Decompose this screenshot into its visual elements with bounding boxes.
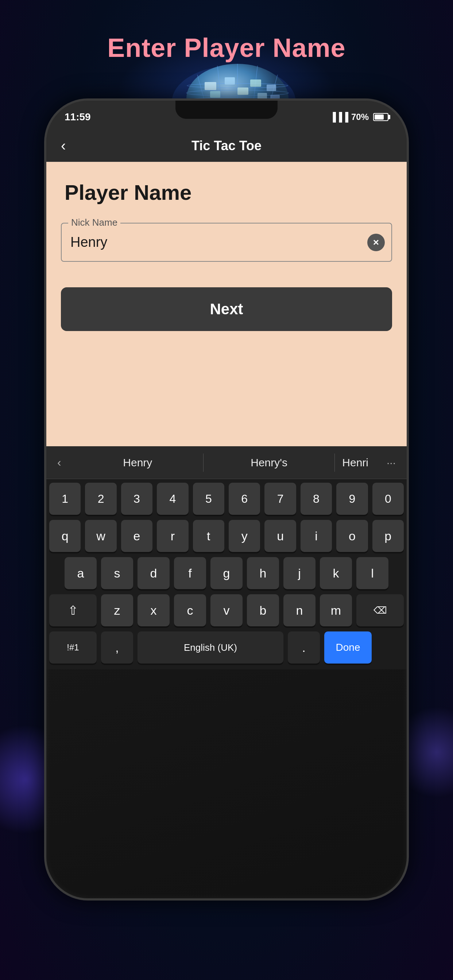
- key-t[interactable]: t: [193, 520, 224, 552]
- key-a[interactable]: a: [65, 557, 97, 589]
- key-2[interactable]: 2: [85, 483, 116, 515]
- svg-rect-11: [205, 82, 216, 90]
- key-i[interactable]: i: [301, 520, 332, 552]
- key-k[interactable]: k: [320, 557, 352, 589]
- svg-rect-14: [266, 84, 276, 91]
- key-n[interactable]: n: [283, 594, 316, 626]
- key-h[interactable]: h: [247, 557, 279, 589]
- svg-rect-13: [250, 80, 261, 87]
- page-title: Enter Player Name: [107, 33, 345, 63]
- suggestion-0[interactable]: Henry: [72, 453, 204, 472]
- input-label: Nick Name: [68, 217, 120, 228]
- keyboard-bottom-row: !#1 , English (UK) . Done: [46, 632, 407, 670]
- key-s[interactable]: s: [101, 557, 133, 589]
- key-comma[interactable]: ,: [101, 632, 133, 663]
- key-j[interactable]: j: [283, 557, 316, 589]
- key-f[interactable]: f: [174, 557, 206, 589]
- key-g[interactable]: g: [211, 557, 242, 589]
- key-space[interactable]: English (UK): [137, 632, 283, 663]
- key-8[interactable]: 8: [301, 483, 332, 515]
- key-m[interactable]: m: [320, 594, 352, 626]
- keyboard-row-asdf: a s d f g h j k l: [49, 557, 404, 589]
- key-shift[interactable]: ⇧: [49, 594, 97, 626]
- key-backspace[interactable]: ⌫: [356, 594, 404, 626]
- key-v[interactable]: v: [211, 594, 242, 626]
- key-q[interactable]: q: [49, 520, 81, 552]
- key-1[interactable]: 1: [49, 483, 81, 515]
- back-button[interactable]: ‹: [61, 137, 65, 154]
- keyboard-area: ‹ Henry Henry's Henri ··· 1 2 3 4 5 6 7 …: [46, 446, 407, 670]
- key-d[interactable]: d: [137, 557, 170, 589]
- key-0[interactable]: 0: [372, 483, 404, 515]
- keyboard-row-qwerty: q w e r t y u i o p: [49, 520, 404, 552]
- svg-rect-15: [210, 91, 220, 98]
- key-7[interactable]: 7: [265, 483, 296, 515]
- key-z[interactable]: z: [101, 594, 133, 626]
- key-done[interactable]: Done: [324, 632, 372, 663]
- key-r[interactable]: r: [157, 520, 188, 552]
- input-container: Nick Name ×: [61, 223, 392, 262]
- key-u[interactable]: u: [265, 520, 296, 552]
- key-period[interactable]: .: [288, 632, 320, 663]
- content-area: Player Name Nick Name × Next: [46, 162, 407, 446]
- phone-frame: 11:59 ▐▐▐ 70% ‹ Tic Tac Toe Player Name …: [44, 99, 409, 900]
- svg-rect-12: [225, 77, 235, 84]
- key-p[interactable]: p: [372, 520, 404, 552]
- autocomplete-bar: ‹ Henry Henry's Henri ···: [46, 446, 407, 479]
- nav-bar: ‹ Tic Tac Toe: [46, 130, 407, 162]
- key-w[interactable]: w: [85, 520, 116, 552]
- svg-rect-16: [238, 88, 248, 95]
- key-6[interactable]: 6: [229, 483, 260, 515]
- suggestion-1[interactable]: Henry's: [204, 453, 335, 472]
- suggestion-2[interactable]: Henri: [335, 453, 376, 472]
- keyboard-row-zxcv: ⇧ z x c v b n m ⌫: [49, 594, 404, 626]
- next-button[interactable]: Next: [61, 287, 392, 331]
- autocomplete-arrow[interactable]: ‹: [46, 456, 72, 469]
- autocomplete-more[interactable]: ···: [376, 457, 407, 469]
- key-9[interactable]: 9: [336, 483, 368, 515]
- battery-icon: [373, 113, 388, 121]
- key-c[interactable]: c: [174, 594, 206, 626]
- nav-title: Tic Tac Toe: [191, 138, 262, 153]
- status-time: 11:59: [65, 111, 91, 123]
- key-5[interactable]: 5: [193, 483, 224, 515]
- key-b[interactable]: b: [247, 594, 279, 626]
- autocomplete-suggestions: Henry Henry's Henri: [72, 453, 376, 472]
- nickname-input[interactable]: [61, 223, 392, 262]
- signal-icon: ▐▐▐: [330, 112, 348, 122]
- clear-button[interactable]: ×: [367, 234, 385, 251]
- key-l[interactable]: l: [356, 557, 388, 589]
- key-x[interactable]: x: [137, 594, 170, 626]
- key-4[interactable]: 4: [157, 483, 188, 515]
- key-3[interactable]: 3: [121, 483, 152, 515]
- keyboard-row-numbers: 1 2 3 4 5 6 7 8 9 0: [49, 483, 404, 515]
- battery-text: 70%: [351, 112, 369, 122]
- key-symbols[interactable]: !#1: [49, 632, 97, 663]
- key-y[interactable]: y: [229, 520, 260, 552]
- key-e[interactable]: e: [121, 520, 152, 552]
- key-o[interactable]: o: [336, 520, 368, 552]
- notch: [175, 100, 278, 119]
- keyboard-rows: 1 2 3 4 5 6 7 8 9 0 q w e r t y u i: [46, 479, 407, 626]
- section-title: Player Name: [61, 180, 392, 205]
- status-right: ▐▐▐ 70%: [330, 112, 388, 122]
